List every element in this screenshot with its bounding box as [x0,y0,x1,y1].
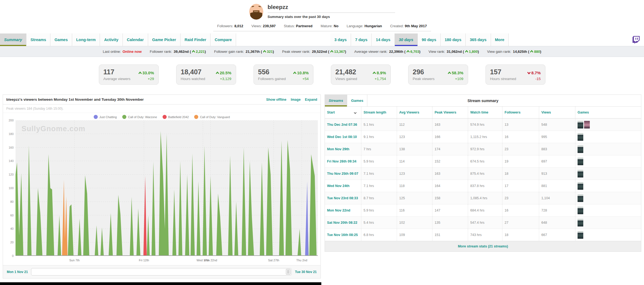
peak-viewers-cell: 158 [432,192,468,204]
game-box-art-cod-warzone[interactable] [578,121,583,128]
tab-activity[interactable]: Activity [100,33,123,46]
chart-scrollbar[interactable] [31,268,292,275]
tab-long-term[interactable]: Long-term [72,33,100,46]
stream-start-link[interactable]: Wed Nov 24th [325,180,361,192]
range-tab-more[interactable]: More [491,33,509,46]
column-header-stream-length[interactable]: Stream length [361,107,397,118]
game-box-art-cod-warzone[interactable] [578,194,583,202]
watch-time-cell: 1,085.4 hrs [468,192,502,204]
watch-time-cell: 875.4 hrs [468,168,502,180]
game-box-art-cod-warzone[interactable] [578,170,583,177]
tab-game-picker[interactable]: Game Picker [148,33,181,46]
game-box-art-cod-warzone[interactable] [578,231,583,239]
stream-table-tab-games[interactable]: Games [347,95,367,106]
legend-dot-icon [194,115,198,119]
tab-games[interactable]: Games [50,33,72,46]
page-subtitle: Summary stats over the past 30 days [268,15,395,19]
last-online: Last online:Online now [103,50,142,54]
watch-time-cell: 837.8 hrs [468,180,502,192]
column-header-start[interactable]: Start [325,107,361,118]
legend-item-battlefield-2042[interactable]: Battlefield 2042 [163,115,189,119]
column-header-watch-time[interactable]: Watch time [468,107,502,118]
stream-start-link[interactable]: Wed Dec 1st 08:10 [325,131,361,143]
games-cell [575,119,641,131]
stream-start-link[interactable]: Thu Nov 25th 09:07 [325,168,361,180]
game-box-art-cod-warzone[interactable] [578,158,583,165]
stream-table-tab-streams[interactable]: Streams [325,95,347,106]
up-caret-icon [530,50,533,53]
range-tab-365-days[interactable]: 365 days [466,33,491,46]
table-row: Fri Nov 26th 09:345.9 hrs114152674.5 hrs… [325,155,641,167]
sort-desc-icon [354,111,357,114]
more-stream-stats-link[interactable]: More stream stats (21 streams) [325,241,641,252]
summary-card-hours-watched: 18,40720.5%Hours watched+3,129 [176,65,236,85]
range-tab-180-days[interactable]: 180 days [441,33,466,46]
twitch-icon[interactable] [632,36,640,44]
range-tab-14-days[interactable]: 14 days [372,33,395,46]
stream-length-cell: 5.1 hrs [361,119,397,131]
card-delta: +54 [303,77,309,81]
stream-start-link[interactable]: Mon Nov 22nd [325,204,361,216]
legend-item-just-chatting[interactable]: Just Chatting [94,115,117,119]
tab-compare[interactable]: Compare [210,33,236,46]
peak-viewers-cell: 163 [432,119,468,131]
peak-viewers-cell: 151 [432,229,468,241]
tab-calendar[interactable]: Calendar [123,33,148,46]
peak-viewers-cell: 163 [432,168,468,180]
rank-item: Peak viewer rank:29,522nd (13,367) [282,50,346,54]
expand-link[interactable]: Expand [305,98,317,102]
game-box-art-cod-warzone[interactable] [578,219,583,226]
bottom-strip [0,282,321,285]
show-offline-link[interactable]: Show offline [266,98,286,102]
range-tab-30-days[interactable]: 30 days [395,33,418,46]
stream-start-link[interactable]: Fri Nov 26th 09:34 [325,155,361,167]
game-box-art-cod-warzone[interactable] [578,133,583,141]
chart-links: Show offline Image Expand [266,98,317,102]
column-header-followers[interactable]: Followers [502,107,539,118]
peak-viewers-cell: 147 [432,204,468,216]
avg-viewers-cell: 125 [397,192,432,204]
tab-summary[interactable]: Summary [0,33,26,46]
chart-plot[interactable]: SullyGnome.com 0204060801001201401601802… [16,120,318,256]
column-header-peak-viewers[interactable]: Peak Viewers [432,107,468,118]
views-cell: 548 [539,119,575,131]
rank-item: Follower gain rank:21,367th (321) [214,50,274,54]
views-cell: 697 [539,155,575,167]
avg-viewers-cell: 138 [397,143,432,155]
card-delta: +29 [148,77,154,81]
range-tab-7-days[interactable]: 7 days [351,33,372,46]
column-header-games[interactable]: Games [575,107,641,118]
range-tab-3-days[interactable]: 3 days [330,33,351,46]
tab-raid-finder[interactable]: Raid Finder [181,33,211,46]
game-box-art-cod-warzone[interactable] [578,207,583,214]
card-percent: 20.5% [215,71,231,75]
y-tick: 80 [10,200,14,203]
page-title: bleepzz [268,4,395,13]
followers-cell: 17 [502,180,539,192]
scrollbar-handle[interactable] [286,269,291,275]
table-body: Thu Dec 2nd 07:365.1 hrs112163574.9 hrs1… [325,118,641,241]
area-chart [16,120,318,256]
stream-start-link[interactable]: Tue Nov 16th 08:25 [325,229,361,241]
legend-item-call-of-duty-vanguard[interactable]: Call of Duty: Vanguard [194,115,230,119]
games-cell [575,204,641,216]
stream-start-link[interactable]: Thu Dec 2nd 07:36 [325,119,361,131]
image-link[interactable]: Image [291,98,301,102]
column-header-views[interactable]: Views [539,107,575,118]
stream-start-link[interactable]: Mon Nov 29th [325,143,361,155]
legend-item-call-of-duty-warzone[interactable]: Call of Duty: Warzone [122,115,157,119]
range-tabs: 3 days7 days14 days30 days90 days180 day… [330,33,509,46]
nav-bar: SummaryStreamsGamesLong-termActivityCale… [0,33,644,46]
game-box-art-cod-warzone[interactable] [578,145,583,153]
avg-viewers-cell: 116 [397,204,432,216]
column-header-avg-viewers[interactable]: Avg Viewers [397,107,432,118]
stream-start-link[interactable]: Tue Nov 23rd 08:33 [325,192,361,204]
card-percent: 33.0% [138,71,154,75]
stream-start-link[interactable]: Sat Nov 20th 08:22 [325,217,361,229]
tab-streams[interactable]: Streams [26,33,50,46]
card-percent: 8.9% [372,71,386,75]
game-box-art-other[interactable] [584,121,590,128]
game-box-art-cod-warzone[interactable] [578,182,583,190]
table-header-row: StartStream lengthAvg ViewersPeak Viewer… [325,107,641,118]
range-tab-90-days[interactable]: 90 days [418,33,441,46]
